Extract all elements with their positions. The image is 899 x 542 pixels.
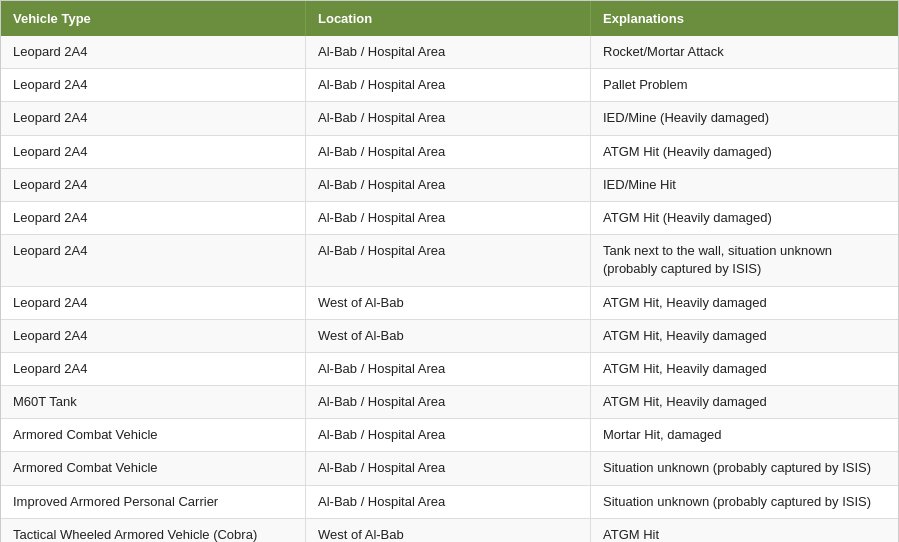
table-row: M60T TankAl-Bab / Hospital AreaATGM Hit,… xyxy=(1,386,898,419)
cell-vehicle: Leopard 2A4 xyxy=(1,202,306,234)
cell-explanation: ATGM Hit (Heavily damaged) xyxy=(591,136,898,168)
cell-explanation: Mortar Hit, damaged xyxy=(591,419,898,451)
cell-location: Al-Bab / Hospital Area xyxy=(306,102,591,134)
table-row: Leopard 2A4Al-Bab / Hospital AreaATGM Hi… xyxy=(1,202,898,235)
cell-vehicle: Leopard 2A4 xyxy=(1,102,306,134)
cell-location: Al-Bab / Hospital Area xyxy=(306,202,591,234)
table-row: Armored Combat VehicleAl-Bab / Hospital … xyxy=(1,419,898,452)
cell-explanation: ATGM Hit, Heavily damaged xyxy=(591,353,898,385)
table-row: Leopard 2A4Al-Bab / Hospital AreaRocket/… xyxy=(1,36,898,69)
cell-location: West of Al-Bab xyxy=(306,320,591,352)
table-row: Leopard 2A4Al-Bab / Hospital AreaIED/Min… xyxy=(1,169,898,202)
cell-explanation: Pallet Problem xyxy=(591,69,898,101)
table-row: Leopard 2A4West of Al-BabATGM Hit, Heavi… xyxy=(1,320,898,353)
table-header: Vehicle Type Location Explanations xyxy=(1,1,898,36)
main-table: Vehicle Type Location Explanations Leopa… xyxy=(0,0,899,542)
cell-explanation: Rocket/Mortar Attack xyxy=(591,36,898,68)
cell-explanation: Tank next to the wall, situation unknown… xyxy=(591,235,898,285)
cell-vehicle: M60T Tank xyxy=(1,386,306,418)
cell-vehicle: Armored Combat Vehicle xyxy=(1,452,306,484)
cell-location: Al-Bab / Hospital Area xyxy=(306,486,591,518)
cell-explanation: ATGM Hit xyxy=(591,519,898,542)
cell-location: Al-Bab / Hospital Area xyxy=(306,36,591,68)
cell-vehicle: Leopard 2A4 xyxy=(1,169,306,201)
cell-vehicle: Leopard 2A4 xyxy=(1,69,306,101)
cell-location: Al-Bab / Hospital Area xyxy=(306,169,591,201)
cell-location: West of Al-Bab xyxy=(306,519,591,542)
cell-explanation: IED/Mine (Heavily damaged) xyxy=(591,102,898,134)
cell-location: Al-Bab / Hospital Area xyxy=(306,386,591,418)
cell-location: Al-Bab / Hospital Area xyxy=(306,136,591,168)
table-row: Leopard 2A4Al-Bab / Hospital AreaATGM Hi… xyxy=(1,353,898,386)
cell-vehicle: Leopard 2A4 xyxy=(1,235,306,285)
header-vehicle-type: Vehicle Type xyxy=(1,1,306,36)
table-row: Armored Combat VehicleAl-Bab / Hospital … xyxy=(1,452,898,485)
table-row: Leopard 2A4Al-Bab / Hospital AreaATGM Hi… xyxy=(1,136,898,169)
table-row: Improved Armored Personal CarrierAl-Bab … xyxy=(1,486,898,519)
cell-explanation: Situation unknown (probably captured by … xyxy=(591,486,898,518)
cell-location: Al-Bab / Hospital Area xyxy=(306,235,591,285)
cell-explanation: IED/Mine Hit xyxy=(591,169,898,201)
header-explanations: Explanations xyxy=(591,1,898,36)
cell-location: Al-Bab / Hospital Area xyxy=(306,69,591,101)
table-row: Tactical Wheeled Armored Vehicle (Cobra)… xyxy=(1,519,898,542)
cell-explanation: ATGM Hit, Heavily damaged xyxy=(591,386,898,418)
table-row: Leopard 2A4Al-Bab / Hospital AreaPallet … xyxy=(1,69,898,102)
cell-explanation: Situation unknown (probably captured by … xyxy=(591,452,898,484)
cell-explanation: ATGM Hit (Heavily damaged) xyxy=(591,202,898,234)
cell-vehicle: Leopard 2A4 xyxy=(1,36,306,68)
table-row: Leopard 2A4West of Al-BabATGM Hit, Heavi… xyxy=(1,287,898,320)
cell-vehicle: Leopard 2A4 xyxy=(1,287,306,319)
cell-location: Al-Bab / Hospital Area xyxy=(306,419,591,451)
cell-explanation: ATGM Hit, Heavily damaged xyxy=(591,287,898,319)
cell-vehicle: Armored Combat Vehicle xyxy=(1,419,306,451)
cell-location: Al-Bab / Hospital Area xyxy=(306,353,591,385)
cell-vehicle: Leopard 2A4 xyxy=(1,353,306,385)
cell-explanation: ATGM Hit, Heavily damaged xyxy=(591,320,898,352)
cell-location: West of Al-Bab xyxy=(306,287,591,319)
cell-vehicle: Leopard 2A4 xyxy=(1,136,306,168)
cell-vehicle: Tactical Wheeled Armored Vehicle (Cobra) xyxy=(1,519,306,542)
table-row: Leopard 2A4Al-Bab / Hospital AreaTank ne… xyxy=(1,235,898,286)
cell-location: Al-Bab / Hospital Area xyxy=(306,452,591,484)
header-location: Location xyxy=(306,1,591,36)
cell-vehicle: Leopard 2A4 xyxy=(1,320,306,352)
cell-vehicle: Improved Armored Personal Carrier xyxy=(1,486,306,518)
table-row: Leopard 2A4Al-Bab / Hospital AreaIED/Min… xyxy=(1,102,898,135)
table-body: Leopard 2A4Al-Bab / Hospital AreaRocket/… xyxy=(1,36,898,542)
